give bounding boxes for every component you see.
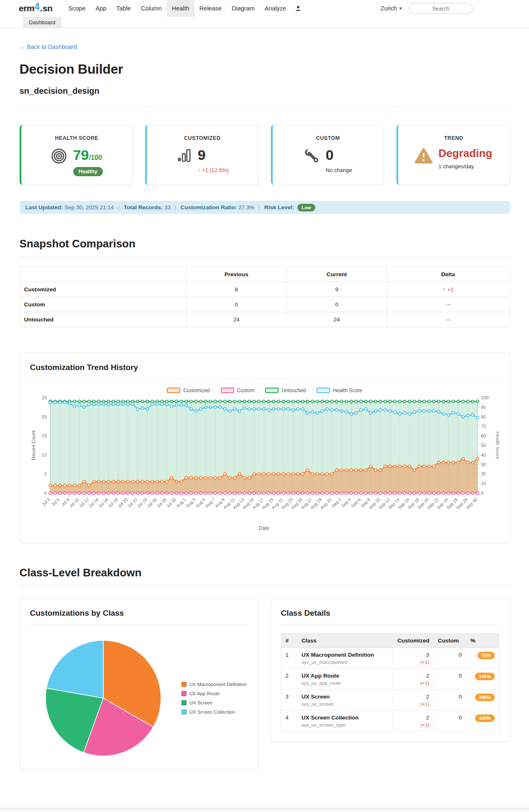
svg-text:Jul 14: Jul 14 [87, 497, 99, 509]
card-value: 79/100 [73, 148, 102, 163]
search-container [409, 0, 473, 17]
user-icon[interactable] [294, 0, 302, 17]
info-separator: | [118, 204, 120, 211]
snapshot-col-header: Delta [387, 267, 509, 282]
pie-chart [43, 637, 164, 759]
page-subtitle: sn_decision_design [20, 86, 510, 96]
class-name: UX Screen Collection [302, 714, 389, 721]
nav-item-health[interactable]: Health [167, 0, 194, 17]
svg-text:25: 25 [41, 395, 46, 400]
svg-text:Sep 2: Sep 2 [330, 497, 342, 509]
nav-item-release[interactable]: Release [194, 0, 227, 17]
card-health-score: HEALTH SCORE79/100Healthy [20, 125, 133, 185]
svg-text:Jul 30: Jul 30 [165, 497, 177, 509]
nav-item-app[interactable]: App [90, 0, 111, 17]
details-table-header: #ClassCustomizedCustom% [281, 633, 499, 648]
logo-text-sn: sn [43, 3, 53, 13]
card-value-group: 9↑ +1 (12.5%) [198, 148, 229, 173]
bar-chart-icon [176, 148, 192, 173]
pie-legend-label: UX App Route [189, 691, 220, 696]
details-class-cell: UX Screensys_ux_screen [297, 689, 393, 710]
details-pct-cell: 100% [466, 689, 499, 710]
details-custom-cell: 0 [434, 648, 466, 668]
nav-item-analyze[interactable]: Analyze [260, 0, 291, 17]
info-item-label: Customization Ratio: [180, 204, 238, 211]
svg-text:Health Score: Health Score [495, 431, 499, 459]
trend-history-panel: Customization Trend History CustomizedCu… [20, 352, 510, 543]
back-to-dashboard-link[interactable]: ← Back to Dashboard [20, 44, 77, 50]
legend-label: Untouched [281, 388, 306, 393]
nav-item-scope[interactable]: Scope [63, 0, 90, 17]
table-row: 3UX Screensys_ux_screen2(+1)0100% [281, 689, 499, 710]
tab-dashboard[interactable]: Dashboard [23, 17, 61, 28]
customized-count: 3 [398, 652, 429, 658]
wrench-icon [304, 148, 320, 173]
pie-legend-item-ux-app-route: UX App Route [181, 691, 247, 696]
trend-chart-legend: CustomizedCustomUntouchedHealth Score [30, 388, 499, 393]
svg-text:Jul 18: Jul 18 [107, 497, 118, 509]
snapshot-table-header: PreviousCurrentDelta [20, 267, 509, 282]
svg-text:Jul 26: Jul 26 [146, 497, 157, 509]
card-label: HEALTH SCORE [27, 135, 127, 141]
details-custom-cell: 0 [434, 668, 466, 689]
legend-label: Customized [183, 388, 210, 393]
pie-legend-label: UX Screen [189, 700, 213, 705]
svg-text:0: 0 [480, 491, 483, 496]
details-col-header: Class [297, 633, 393, 648]
warning-icon [415, 148, 432, 170]
pie-legend-swatch [181, 682, 187, 687]
legend-swatch [221, 388, 234, 393]
svg-text:80: 80 [480, 414, 486, 419]
details-class-cell: UX Screen Collectionsys_ux_screen_type [297, 710, 393, 731]
details-pct-cell: 100% [466, 668, 499, 689]
class-name: UX Macroponent Definition [302, 652, 389, 658]
class-sys-name: sys_ux_screen [302, 702, 389, 707]
svg-text:60: 60 [480, 433, 486, 438]
table-row: 1UX Macroponent Definitionsys_ux_macropo… [281, 648, 499, 668]
sub-navigation-bar: Dashboard [0, 17, 529, 28]
pie-legend-label: UX Screen Collection [189, 709, 235, 714]
svg-text:30: 30 [480, 462, 486, 467]
main-nav: ScopeAppTableColumnHealthReleaseDiagramA… [63, 0, 291, 17]
card-main: Degrading1 changes/day [404, 148, 503, 170]
info-item-value: Sep 30, 2025 21:14 [64, 204, 114, 211]
svg-text:Aug 7: Aug 7 [204, 497, 216, 509]
nav-item-table[interactable]: Table [111, 0, 136, 17]
svg-text:Jul 6: Jul 6 [50, 497, 60, 507]
customizations-by-class-card: Customizations by Class UX Macroponent D… [20, 598, 258, 769]
details-col-header: Customized [393, 633, 434, 648]
class-sys-name: sys_ux_app_route [302, 681, 389, 686]
risk-level-badge: Low [297, 204, 315, 211]
svg-text:Aug 5: Aug 5 [194, 497, 206, 509]
legend-label: Health Score [333, 388, 362, 393]
breakdown-section-rule [20, 585, 510, 586]
details-class-cell: UX Macroponent Definitionsys_ux_macropon… [297, 648, 393, 668]
percent-badge: 75% [478, 652, 494, 659]
region-dropdown[interactable]: Zurich [381, 0, 402, 17]
info-item-label: Total Records: [124, 204, 164, 211]
card-main: 0No change [279, 148, 378, 173]
pie-card-rule [30, 624, 248, 625]
snapshot-col-header: Current [286, 267, 387, 282]
nav-item-column[interactable]: Column [136, 0, 167, 17]
nav-item-diagram[interactable]: Diagram [227, 0, 260, 17]
customized-change: (+1) [398, 702, 429, 707]
svg-text:Jul 10: Jul 10 [68, 497, 79, 509]
app-logo[interactable]: erm4sn [19, 0, 52, 17]
svg-text:Jul 20: Jul 20 [116, 497, 128, 509]
svg-text:Date: Date [258, 525, 269, 531]
customized-count: 2 [398, 694, 429, 700]
svg-text:70: 70 [480, 424, 486, 429]
legend-item-custom: Custom [221, 388, 254, 393]
search-input[interactable] [409, 3, 473, 14]
details-pct-cell: 75% [466, 648, 499, 668]
table-row: Untouched2424— [20, 312, 509, 327]
details-customized-cell: 3(+1) [393, 648, 434, 668]
card-subtext: ↑ +1 (12.5%) [198, 167, 229, 173]
snapshot-comparison-table: PreviousCurrentDelta Customized89↑ +1Cus… [20, 267, 510, 327]
svg-text:0: 0 [44, 491, 46, 496]
details-pct-cell: 100% [466, 710, 499, 731]
pie-legend-swatch [181, 709, 187, 714]
card-value-group: 0No change [326, 148, 352, 173]
svg-text:50: 50 [480, 443, 486, 448]
